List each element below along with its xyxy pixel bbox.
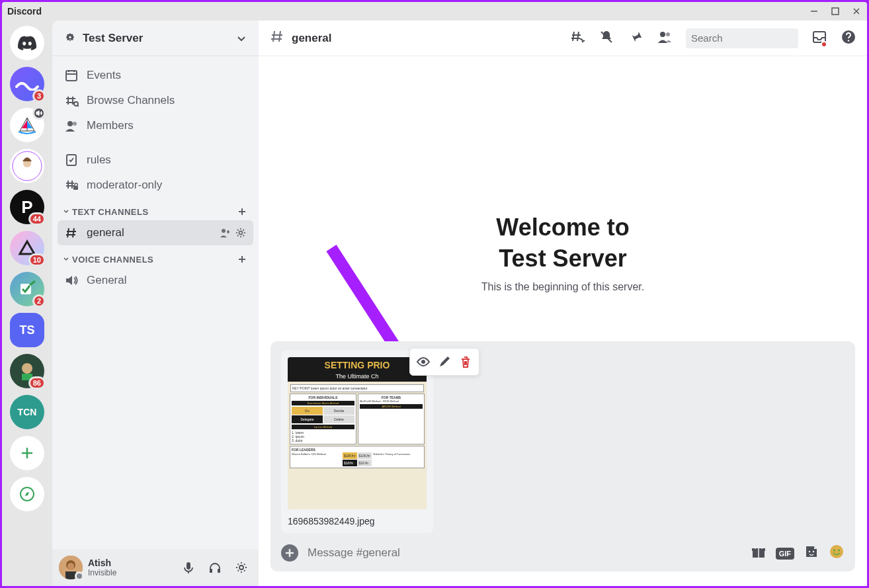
moderator-channel[interactable]: moderator-only bbox=[58, 173, 253, 198]
rules-channel[interactable]: rules bbox=[58, 147, 253, 173]
svg-point-15 bbox=[222, 229, 226, 233]
window-close-button[interactable] bbox=[851, 6, 862, 17]
user-info[interactable]: Atish Invisible bbox=[88, 558, 173, 577]
pencil-icon bbox=[438, 355, 451, 368]
notifications-button[interactable] bbox=[599, 29, 614, 48]
channel-sidebar: Test Server Events Browse Channels Membe… bbox=[52, 21, 259, 586]
general-text-channel[interactable]: general bbox=[58, 220, 253, 245]
chevron-down-icon bbox=[63, 208, 69, 215]
invite-icon[interactable] bbox=[219, 227, 231, 239]
svg-point-12 bbox=[73, 122, 77, 126]
spoiler-button[interactable] bbox=[413, 351, 434, 372]
server-initial: TS bbox=[19, 323, 34, 337]
rules-label: rules bbox=[87, 153, 111, 167]
plus-icon[interactable] bbox=[236, 253, 248, 265]
emoji-icon bbox=[829, 544, 845, 560]
attachment-actions bbox=[409, 348, 479, 376]
server-item[interactable] bbox=[10, 149, 44, 183]
sticker-button[interactable] bbox=[804, 544, 819, 562]
voice-channels-section[interactable]: VOICE CHANNELS bbox=[58, 245, 253, 268]
window-maximize-button[interactable] bbox=[830, 6, 841, 17]
upload-button[interactable] bbox=[281, 544, 298, 562]
notification-badge: 44 bbox=[28, 212, 46, 226]
svg-rect-23 bbox=[218, 569, 220, 573]
server-header[interactable]: Test Server bbox=[52, 21, 259, 56]
add-server-button[interactable] bbox=[10, 436, 44, 470]
svg-point-39 bbox=[838, 550, 840, 552]
thumb-subheader: The Ultimate Ch bbox=[288, 373, 427, 382]
window-minimize-button[interactable] bbox=[809, 6, 819, 17]
speaker-icon bbox=[64, 273, 79, 288]
welcome-line1: Welcome to bbox=[496, 214, 629, 241]
browse-label: Browse Channels bbox=[87, 94, 175, 107]
chevron-down-icon bbox=[236, 33, 247, 44]
server-initial: TCN bbox=[18, 407, 37, 417]
mic-icon bbox=[182, 561, 195, 574]
events-label: Events bbox=[87, 69, 121, 82]
settings-button[interactable] bbox=[231, 557, 252, 578]
bell-muted-icon bbox=[599, 29, 614, 45]
emoji-button[interactable] bbox=[829, 544, 845, 562]
home-server-button[interactable] bbox=[10, 26, 44, 60]
search-input[interactable] bbox=[691, 32, 817, 44]
welcome-subtitle: This is the beginning of this server. bbox=[269, 281, 856, 293]
headphones-icon bbox=[208, 561, 222, 574]
hash-icon bbox=[269, 28, 285, 44]
pin-icon bbox=[628, 29, 643, 45]
svg-point-37 bbox=[830, 545, 843, 558]
titlebar: Discord bbox=[2, 2, 867, 21]
app-name: Discord bbox=[7, 6, 42, 17]
svg-point-36 bbox=[813, 551, 815, 553]
deafen-button[interactable] bbox=[204, 557, 226, 578]
text-channels-section[interactable]: TEXT CHANNELS bbox=[58, 198, 253, 220]
inbox-button[interactable] bbox=[811, 29, 827, 48]
attachment-thumbnail[interactable]: SETTING PRIO The Ultimate Ch KEY POINT l… bbox=[288, 357, 427, 509]
mute-button[interactable] bbox=[178, 557, 199, 578]
server-item-selected[interactable]: TS bbox=[10, 313, 44, 347]
message-area: Welcome toTest Server This is the beginn… bbox=[259, 56, 867, 341]
hash-icon bbox=[64, 226, 79, 240]
svg-rect-14 bbox=[73, 186, 78, 190]
general-voice-channel[interactable]: General bbox=[58, 268, 253, 293]
username: Atish bbox=[88, 558, 173, 568]
members-button[interactable]: Members bbox=[58, 113, 253, 138]
threads-button[interactable] bbox=[569, 29, 585, 48]
server-item[interactable]: TCN bbox=[10, 395, 44, 429]
gift-button[interactable] bbox=[751, 544, 766, 562]
moderator-label: moderator-only bbox=[87, 179, 162, 192]
browse-channels-button[interactable]: Browse Channels bbox=[58, 88, 253, 113]
edit-button[interactable] bbox=[434, 351, 455, 372]
inbox-notification-dot bbox=[821, 41, 827, 48]
plus-icon bbox=[284, 548, 295, 558]
svg-point-16 bbox=[239, 231, 243, 235]
events-button[interactable]: Events bbox=[58, 63, 253, 88]
svg-rect-21 bbox=[186, 562, 190, 569]
badge-icon bbox=[64, 32, 76, 44]
notification-badge: 86 bbox=[28, 376, 46, 390]
svg-point-26 bbox=[666, 32, 670, 36]
help-icon bbox=[841, 29, 856, 45]
trash-icon bbox=[459, 355, 472, 368]
pinned-button[interactable] bbox=[628, 29, 643, 48]
gif-button[interactable]: GIF bbox=[776, 547, 794, 559]
gif-label: GIF bbox=[776, 548, 794, 560]
message-input[interactable] bbox=[308, 546, 741, 560]
notification-badge: 3 bbox=[32, 89, 46, 103]
plus-icon bbox=[20, 446, 34, 460]
memberlist-button[interactable] bbox=[657, 29, 673, 48]
delete-button[interactable] bbox=[455, 351, 476, 372]
gift-icon bbox=[751, 544, 766, 560]
main-area: general Welcome toTest Se bbox=[259, 21, 867, 586]
plus-icon[interactable] bbox=[236, 206, 248, 218]
explore-servers-button[interactable] bbox=[10, 477, 44, 511]
svg-point-11 bbox=[67, 121, 73, 126]
svg-point-32 bbox=[421, 360, 425, 364]
gear-icon[interactable] bbox=[235, 227, 247, 239]
members-icon bbox=[657, 29, 673, 45]
attachment-card: SETTING PRIO The Ultimate Ch KEY POINT l… bbox=[281, 351, 433, 533]
status-indicator bbox=[75, 571, 84, 581]
search-box[interactable] bbox=[686, 28, 798, 48]
channel-header: general bbox=[259, 21, 867, 56]
channel-title: general bbox=[292, 32, 331, 45]
help-button[interactable] bbox=[841, 29, 856, 48]
